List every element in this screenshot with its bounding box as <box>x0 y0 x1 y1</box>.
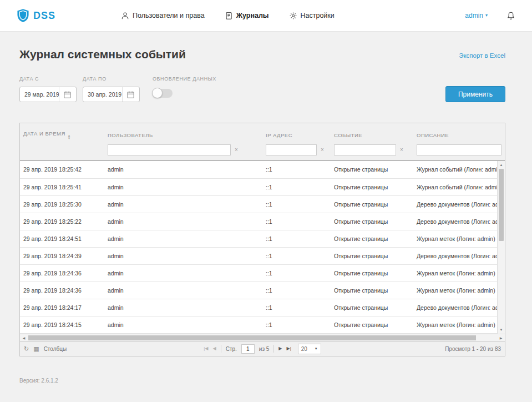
cell-event: Открытие страницы <box>331 247 413 264</box>
select-caret-icon: ▼ <box>315 347 318 350</box>
horizontal-scrollbar[interactable]: ◀ ▶ <box>20 334 505 341</box>
vertical-scroll-thumb[interactable] <box>499 169 504 241</box>
nav-item-label: Пользователи и права <box>133 12 205 19</box>
filter-input-event[interactable] <box>334 144 396 155</box>
cell-user: admin <box>104 178 262 195</box>
date-from-input[interactable] <box>20 91 59 98</box>
date-from-group: ДАТА С <box>19 76 77 102</box>
table-row[interactable]: 29 апр. 2019 18:24:36admin::1Открытие ст… <box>20 282 497 299</box>
view-info-label: Просмотр 1 - 20 из 83 <box>321 346 501 352</box>
pages-total-label: из 5 <box>259 346 270 352</box>
cell-description: Журнал меток (Логин: admin) <box>413 282 497 299</box>
column-header-datetime[interactable]: ДАТА И ВРЕМЯ▲▼ <box>20 123 104 144</box>
column-label: ПОЛЬЗОВАТЕЛЬ <box>108 132 153 138</box>
column-label: ОПИСАНИЕ <box>417 132 449 138</box>
nav-item-journals[interactable]: Журналы <box>225 12 269 20</box>
main-nav: Пользователи и права Журналы Настройки <box>121 12 335 20</box>
cell-description: Журнал меток (Логин: admin) <box>413 230 497 247</box>
table-row[interactable]: 29 апр. 2019 18:24:36admin::1Открытие ст… <box>20 264 497 282</box>
page-label: Стр. <box>226 346 237 352</box>
table-row[interactable]: 29 апр. 2019 18:24:51admin::1Открытие ст… <box>20 230 497 247</box>
date-to-input[interactable] <box>83 91 122 98</box>
clear-filter-icon[interactable]: × <box>400 147 403 153</box>
calendar-icon[interactable] <box>122 87 138 102</box>
cell-description: Дерево документов (Логин: admin) <box>413 195 497 213</box>
grid-body: 29 апр. 2019 18:25:42admin::1Открытие ст… <box>20 161 505 334</box>
events-grid: ДАТА И ВРЕМЯ▲▼ ПОЛЬЗОВАТЕЛЬ IP АДРЕС СОБ… <box>19 123 505 356</box>
cell-user: admin <box>104 247 262 264</box>
cell-event: Открытие страницы <box>331 264 413 282</box>
data-refresh-toggle[interactable] <box>153 89 173 98</box>
chevron-down-icon: ▾ <box>485 13 488 18</box>
cell-datetime: 29 апр. 2019 18:25:30 <box>20 195 104 213</box>
calendar-icon[interactable] <box>59 87 75 102</box>
refresh-icon[interactable]: ↻ <box>24 346 29 352</box>
column-header-ip[interactable]: IP АДРЕС <box>262 123 331 144</box>
cell-ip: ::1 <box>262 178 331 195</box>
table-row[interactable]: 29 апр. 2019 18:25:42admin::1Открытие ст… <box>20 161 497 178</box>
cell-description: Дерево документов (Логин: admin) <box>413 299 497 316</box>
user-menu[interactable]: admin ▾ <box>465 12 488 19</box>
table-row[interactable]: 29 апр. 2019 18:25:22admin::1Открытие ст… <box>20 213 497 230</box>
scroll-up-icon[interactable]: ▲ <box>498 161 505 168</box>
cell-event: Открытие страницы <box>331 161 413 178</box>
cell-ip: ::1 <box>262 299 331 316</box>
date-from-label: ДАТА С <box>19 76 77 82</box>
nav-item-users[interactable]: Пользователи и права <box>121 12 205 20</box>
table-row[interactable]: 29 апр. 2019 18:24:17admin::1Открытие ст… <box>20 299 497 316</box>
table-row[interactable]: 29 апр. 2019 18:24:15admin::1Открытие ст… <box>20 316 497 333</box>
cell-user: admin <box>104 316 262 333</box>
table-row[interactable]: 29 апр. 2019 18:24:39admin::1Открытие ст… <box>20 247 497 264</box>
clear-filter-icon[interactable]: × <box>321 147 324 153</box>
notifications-bell-icon[interactable] <box>506 11 515 21</box>
table-row[interactable]: 29 апр. 2019 18:25:41admin::1Открытие ст… <box>20 178 497 195</box>
sort-icon[interactable]: ▲▼ <box>68 134 71 139</box>
filter-input-description[interactable] <box>417 144 501 155</box>
horizontal-scroll-thumb[interactable] <box>28 335 476 340</box>
column-label: СОБЫТИЕ <box>334 132 362 138</box>
scroll-right-icon[interactable]: ▶ <box>497 334 505 341</box>
column-header-event[interactable]: СОБЫТИЕ <box>331 123 413 144</box>
page-size-select[interactable]: 20 ▼ <box>298 344 321 354</box>
page-header: Журнал системных событий Экспорт в Excel <box>19 48 505 61</box>
nav-item-settings[interactable]: Настройки <box>289 12 335 20</box>
prev-page-icon[interactable]: ◀ <box>213 346 216 351</box>
clear-filter-icon[interactable]: × <box>235 147 238 153</box>
cell-user: admin <box>104 213 262 230</box>
cell-description: Журнал меток (Логин: admin) <box>413 264 497 282</box>
table-row[interactable]: 29 апр. 2019 18:25:30admin::1Открытие ст… <box>20 195 497 213</box>
cell-ip: ::1 <box>262 264 331 282</box>
pager-divider <box>221 345 221 353</box>
nav-item-label: Журналы <box>236 12 269 19</box>
cell-ip: ::1 <box>262 161 331 178</box>
scroll-left-icon[interactable]: ◀ <box>20 334 28 341</box>
apply-button[interactable]: Применить <box>445 86 505 102</box>
cell-datetime: 29 апр. 2019 18:24:39 <box>20 247 104 264</box>
cell-user: admin <box>104 264 262 282</box>
cell-ip: ::1 <box>262 316 331 333</box>
filters-bar: ДАТА С ДАТА ПО <box>19 76 505 102</box>
cell-datetime: 29 апр. 2019 18:24:15 <box>20 316 104 333</box>
page-content: Журнал системных событий Экспорт в Excel… <box>0 48 532 384</box>
cell-ip: ::1 <box>262 282 331 299</box>
export-excel-link[interactable]: Экспорт в Excel <box>459 52 505 59</box>
filter-input-ip[interactable] <box>266 144 317 155</box>
first-page-icon[interactable]: |◀ <box>204 346 208 351</box>
page-size-value: 20 <box>301 346 307 352</box>
column-header-description[interactable]: ОПИСАНИЕ <box>413 123 505 144</box>
cell-user: admin <box>104 282 262 299</box>
last-page-icon[interactable]: ▶| <box>287 346 291 351</box>
toggle-knob <box>152 88 163 98</box>
page-number-input[interactable] <box>241 344 255 354</box>
scroll-down-icon[interactable]: ▼ <box>498 326 505 334</box>
filter-input-user[interactable] <box>108 144 231 155</box>
cell-description: Дерево документов (Логин: admin) <box>413 213 497 230</box>
columns-button-label[interactable]: Столбцы <box>44 346 67 352</box>
vertical-scrollbar[interactable]: ▲ ▼ <box>497 161 505 334</box>
brand-logo[interactable]: DSS <box>17 8 55 23</box>
column-header-user[interactable]: ПОЛЬЗОВАТЕЛЬ <box>104 123 262 144</box>
next-page-icon[interactable]: ▶ <box>278 346 282 351</box>
cell-user: admin <box>104 161 262 178</box>
nav-item-label: Настройки <box>301 12 335 19</box>
columns-icon[interactable]: ▦ <box>33 346 39 352</box>
